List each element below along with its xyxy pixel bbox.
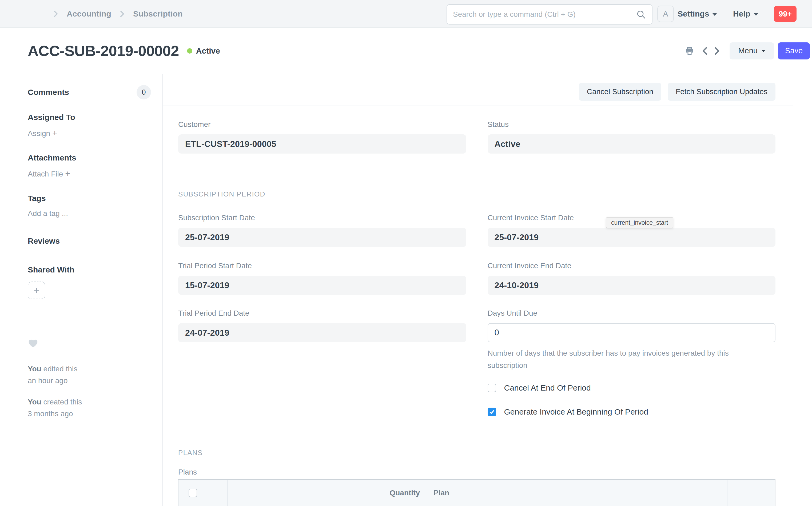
assign-button[interactable]: Assign+ [28, 129, 162, 138]
cancel-at-end-of-period-row[interactable]: Cancel At End Of Period [488, 384, 776, 393]
trial-period-end-date-label: Trial Period End Date [178, 309, 466, 318]
plans-table-header: Quantity Plan [178, 480, 775, 506]
plus-icon: + [65, 169, 70, 178]
attach-file-label: Attach File [28, 170, 63, 178]
page-title: ACC-SUB-2019-00002 [28, 42, 179, 60]
chevron-right-icon [119, 10, 126, 18]
field-tooltip: current_invoice_start [606, 217, 673, 228]
notifications-badge[interactable]: 99+ [774, 6, 797, 22]
cancel-at-end-of-period-label: Cancel At End Of Period [504, 384, 591, 393]
attach-file-button[interactable]: Attach File+ [28, 169, 162, 179]
activity-time: an hour ago [28, 376, 68, 385]
activity-entry: You edited this an hour ago [28, 363, 162, 387]
activity-time: 3 months ago [28, 410, 73, 418]
global-search [447, 4, 653, 24]
trial-period-start-date-value[interactable]: 15-07-2019 [178, 276, 466, 295]
help-menu[interactable]: Help [733, 0, 758, 28]
plans-table: Quantity Plan [178, 479, 776, 506]
caret-down-icon [761, 49, 765, 52]
save-button[interactable]: Save [778, 43, 810, 60]
form-sidebar: Comments 0 Assigned To Assign+ Attachmen… [0, 74, 163, 506]
select-all-checkbox[interactable] [189, 489, 197, 497]
trial-period-start-date-field: Trial Period Start Date 15-07-2019 [178, 261, 466, 295]
subscription-start-date-value[interactable]: 25-07-2019 [178, 228, 466, 247]
tags-heading: Tags [28, 193, 162, 203]
share-add-button[interactable]: + [28, 281, 45, 299]
customer-field: Customer ETL-CUST-2019-00005 [178, 120, 466, 154]
generate-invoice-row[interactable]: Generate Invoice At Beginning Of Period [488, 407, 776, 416]
breadcrumb-subscription[interactable]: Subscription [133, 9, 183, 18]
divider [163, 174, 793, 174]
menu-button-label: Menu [738, 47, 757, 55]
avatar[interactable]: A [657, 6, 674, 22]
status-indicator-label: Active [196, 47, 220, 56]
status-label: Status [488, 120, 776, 129]
page-body: Comments 0 Assigned To Assign+ Attachmen… [0, 74, 812, 506]
section-subscription-period: SUBSCRIPTION PERIOD Subscription Start D… [163, 190, 793, 416]
subscription-start-date-label: Subscription Start Date [178, 213, 466, 222]
page-head: ACC-SUB-2019-00002 Active Menu Save [0, 28, 812, 74]
subscription-start-date-field: Subscription Start Date 25-07-2019 [178, 213, 466, 247]
breadcrumb-accounting[interactable]: Accounting [67, 9, 111, 18]
assign-label: Assign [28, 129, 50, 138]
caret-down-icon [712, 13, 717, 16]
fetch-subscription-updates-button[interactable]: Fetch Subscription Updates [668, 83, 776, 101]
divider [163, 439, 793, 439]
actions-column-header [727, 480, 775, 506]
quantity-column-header: Quantity [228, 480, 426, 506]
search-input[interactable] [453, 10, 636, 19]
header-checkbox-cell [178, 480, 228, 506]
subscription-period-heading: SUBSCRIPTION PERIOD [163, 190, 793, 198]
attachments-heading: Attachments [28, 153, 162, 163]
comments-label: Comments [28, 87, 69, 97]
add-tag-input[interactable]: Add a tag ... [28, 209, 162, 218]
search-icon[interactable] [636, 9, 646, 19]
trial-period-end-date-field: Trial Period End Date 24-07-2019 [178, 309, 466, 416]
customer-label: Customer [178, 120, 466, 129]
status-field: Status Active [488, 120, 776, 154]
avatar-letter: A [663, 9, 668, 18]
trial-period-end-date-value[interactable]: 24-07-2019 [178, 323, 466, 342]
status-value[interactable]: Active [488, 135, 776, 154]
customer-value[interactable]: ETL-CUST-2019-00005 [178, 135, 466, 154]
help-label: Help [733, 9, 750, 18]
activity-action: edited this [44, 365, 78, 373]
comments-row[interactable]: Comments 0 [28, 85, 151, 100]
activity-user: You [28, 365, 41, 373]
previous-document-icon[interactable] [701, 47, 708, 56]
comments-count-badge: 0 [137, 85, 151, 99]
cancel-at-end-of-period-checkbox[interactable] [488, 384, 496, 392]
trial-period-start-date-label: Trial Period Start Date [178, 261, 466, 270]
menu-button[interactable]: Menu [730, 43, 774, 60]
cancel-subscription-button[interactable]: Cancel Subscription [579, 83, 661, 101]
current-invoice-end-date-field: Current Invoice End Date 24-10-2019 [488, 261, 776, 295]
shared-with-heading: Shared With [28, 265, 162, 275]
section-overview: Customer ETL-CUST-2019-00005 Status Acti… [163, 120, 793, 154]
settings-menu[interactable]: Settings [677, 0, 717, 28]
plan-header-label: Plan [434, 489, 449, 497]
breadcrumb: Accounting Subscription [52, 0, 183, 28]
plan-column-header: Plan [426, 480, 727, 506]
current-invoice-start-date-value[interactable]: 25-07-2019 [488, 228, 776, 247]
activity-entry: You created this 3 months ago [28, 396, 162, 420]
days-until-due-input[interactable] [488, 323, 776, 342]
quantity-header-label: Quantity [389, 489, 420, 497]
reviews-heading: Reviews [28, 236, 162, 246]
plus-icon: + [52, 128, 57, 138]
generate-invoice-checkbox[interactable] [488, 408, 496, 416]
plans-field-label: Plans [163, 468, 793, 477]
subscription-form-page: Accounting Subscription A Settings Help [0, 0, 812, 506]
current-invoice-end-date-label: Current Invoice End Date [488, 261, 776, 270]
print-icon[interactable] [685, 46, 694, 56]
like-heart-icon[interactable] [28, 339, 162, 348]
current-invoice-end-date-value[interactable]: 24-10-2019 [488, 276, 776, 295]
days-until-due-field: Days Until Due Number of days that the s… [488, 309, 776, 416]
next-document-icon[interactable] [714, 47, 721, 56]
days-until-due-label: Days Until Due [488, 309, 776, 318]
activity-action: created this [44, 398, 82, 406]
form-main: Cancel Subscription Fetch Subscription U… [163, 74, 793, 506]
days-until-due-description: Number of days that the subscriber has t… [488, 347, 765, 371]
status-indicator-dot [187, 48, 192, 54]
page-head-actions: Menu Save [685, 43, 810, 60]
plans-section-heading: PLANS [163, 448, 793, 457]
